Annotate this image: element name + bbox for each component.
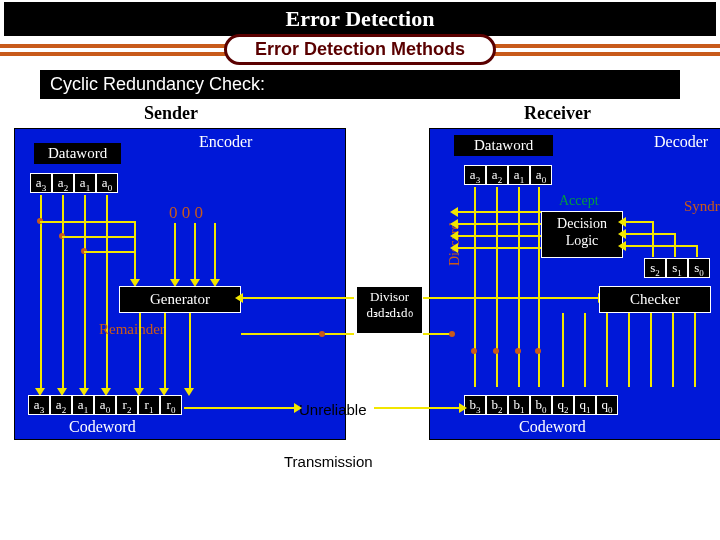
bit-cell: a1: [72, 395, 94, 415]
bit-cell: q1: [574, 395, 596, 415]
zeros-label: 0 0 0: [169, 203, 203, 223]
bit-cell: b3: [464, 395, 486, 415]
bit-cell: a3: [464, 165, 486, 185]
bit-cell: r2: [116, 395, 138, 415]
bit-cell: s0: [688, 258, 710, 278]
bit-cell: a3: [28, 395, 50, 415]
title-separator: Error Detection Methods: [0, 42, 720, 60]
sender-codeword-label: Codeword: [69, 418, 136, 436]
decision-logic-box: Decision Logic: [541, 211, 623, 258]
bit-cell: a1: [74, 173, 96, 193]
sender-dataword-bits: a3a2a1a0: [30, 173, 118, 193]
sender-dataword-label: Dataword: [34, 143, 121, 164]
remainder-label: Remainder: [99, 321, 165, 338]
syndrome-bits: s2s1s0: [644, 258, 710, 278]
receiver-codeword-bits: b3b2b1b0q2q1q0: [464, 395, 618, 415]
sender-label: Sender: [144, 103, 198, 124]
decoder-label: Decoder: [654, 133, 708, 151]
bit-cell: a0: [94, 395, 116, 415]
subtitle-pill: Error Detection Methods: [224, 34, 496, 65]
divisor-bits: d₃d₂d₁d₀: [357, 305, 422, 321]
bit-cell: b1: [508, 395, 530, 415]
divisor-box: Divisor d₃d₂d₁d₀: [356, 286, 423, 334]
bit-cell: q2: [552, 395, 574, 415]
bit-cell: s2: [644, 258, 666, 278]
syndrome-label: Syndrome: [684, 198, 720, 215]
crc-diagram: Sender Receiver Encoder Decoder Dataword…: [4, 103, 716, 503]
receiver-dataword-bits: a3a2a1a0: [464, 165, 552, 185]
receiver-dataword-label: Dataword: [454, 135, 553, 156]
encoder-label: Encoder: [199, 133, 252, 151]
bit-cell: a3: [30, 173, 52, 193]
bit-cell: a2: [50, 395, 72, 415]
bit-cell: a0: [530, 165, 552, 185]
divisor-title: Divisor: [357, 289, 422, 305]
main-title: Error Detection: [4, 2, 716, 36]
sender-codeword-bits: a3a2a1a0r2r1r0: [28, 395, 182, 415]
bit-cell: r0: [160, 395, 182, 415]
bit-cell: r1: [138, 395, 160, 415]
receiver-codeword-label: Codeword: [519, 418, 586, 436]
bit-cell: a2: [486, 165, 508, 185]
bit-cell: a2: [52, 173, 74, 193]
bit-cell: s1: [666, 258, 688, 278]
accept-label: Accept: [559, 193, 599, 209]
generator-box: Generator: [119, 286, 241, 313]
unreliable-label: Unreliable: [299, 401, 367, 418]
checker-box: Checker: [599, 286, 711, 313]
receiver-label: Receiver: [524, 103, 591, 124]
bit-cell: b2: [486, 395, 508, 415]
bit-cell: a0: [96, 173, 118, 193]
bit-cell: b0: [530, 395, 552, 415]
transmission-label: Transmission: [284, 453, 373, 470]
bit-cell: q0: [596, 395, 618, 415]
section-heading: Cyclic Redundancy Check:: [40, 70, 680, 99]
bit-cell: a1: [508, 165, 530, 185]
